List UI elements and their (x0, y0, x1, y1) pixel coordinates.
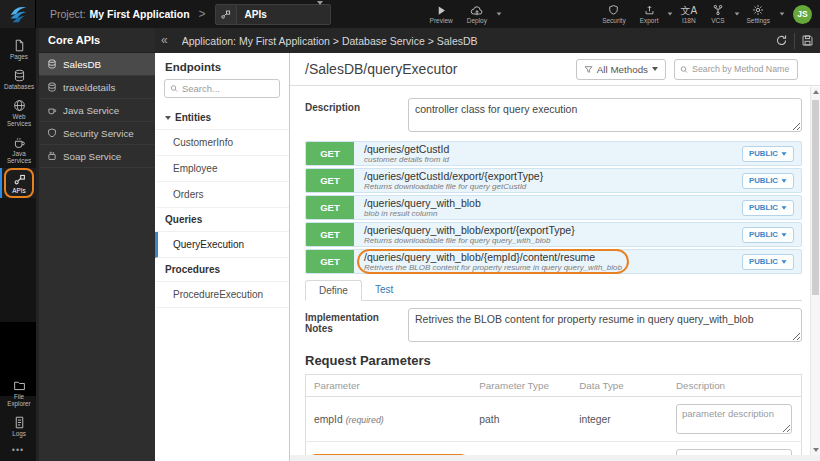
endpoints-search[interactable] (164, 79, 280, 98)
methods-filter-button[interactable]: All Methods (576, 59, 666, 80)
core-apis-title: Core APIs (39, 28, 155, 53)
controller-titlebar: /SalesDB/queryExecutor All Methods (290, 53, 820, 86)
param-data-type: integer (571, 397, 668, 442)
caret-down-icon[interactable] (497, 12, 502, 15)
panel-collapse-button[interactable]: « (155, 33, 174, 49)
caret-down-icon (652, 67, 658, 71)
user-avatar[interactable]: JS (793, 5, 812, 24)
sidebar-item-java-services[interactable]: Java Services (0, 131, 36, 168)
vertical-scrollbar[interactable] (810, 87, 820, 455)
database-icon (47, 82, 57, 92)
settings-button[interactable]: Settings (747, 4, 771, 24)
access-dropdown-button[interactable]: PUBLIC (742, 173, 794, 189)
tab-define[interactable]: Define (305, 280, 362, 301)
service-item-traveldetails[interactable]: traveldetails (39, 76, 155, 99)
col-data-type: Data Type (571, 375, 668, 397)
caret-down-icon[interactable] (734, 12, 739, 15)
application-header-bar: « Application: My First Application > Da… (155, 28, 820, 53)
method-badge: GET (306, 223, 354, 246)
sidebar-item-databases[interactable]: Databases (0, 64, 36, 94)
col-parameter: Parameter (306, 375, 472, 397)
more-button[interactable]: ••• (0, 441, 36, 461)
soap-icon (47, 151, 57, 161)
section-entities-header[interactable]: Entities (155, 106, 289, 130)
implementation-notes-textarea[interactable]: Retrives the BLOB content for property r… (408, 308, 802, 342)
security-button[interactable]: Security (602, 4, 625, 24)
caret-down-icon (781, 179, 786, 182)
caret-down-icon[interactable] (668, 12, 673, 15)
project-breadcrumb: Project:My First Application (50, 8, 190, 20)
chevron-down-icon (317, 5, 323, 23)
endpoint-item-orders[interactable]: Orders (155, 182, 289, 208)
deploy-button[interactable]: Deploy (467, 5, 487, 24)
endpoint-item-procedureexecution[interactable]: ProcedureExecution (155, 282, 289, 308)
service-type-selector[interactable]: APIs (215, 4, 331, 25)
i18n-label: I18N (682, 17, 696, 24)
endpoint-item-customerinfo[interactable]: CustomerInfo (155, 130, 289, 156)
access-dropdown-button[interactable]: PUBLIC (742, 227, 794, 243)
triangle-down-icon (165, 116, 171, 120)
coffee-icon (13, 136, 26, 149)
endpoint-row[interactable]: GET /queries/query_with_blob/export/{exp… (305, 222, 802, 247)
preview-button[interactable]: Preview (430, 5, 453, 24)
vcs-button[interactable]: VCS (711, 4, 724, 24)
endpoint-path: /queries/getCustId/export/{exportType} (364, 170, 543, 182)
endpoint-row-annotated[interactable]: GET /queries/query_with_blob/{empId}/con… (305, 249, 802, 274)
endpoint-row[interactable]: GET /queries/getCustId customer details … (305, 141, 802, 166)
access-dropdown-button[interactable]: PUBLIC (742, 146, 794, 162)
access-dropdown-button[interactable]: PUBLIC (742, 254, 794, 270)
service-item-java-service[interactable]: Java Service (39, 99, 155, 122)
define-test-tabs: Define Test (305, 280, 802, 301)
method-search[interactable] (674, 59, 798, 80)
scrollbar-thumb[interactable] (812, 100, 819, 295)
sidebar-item-pages[interactable]: Pages (0, 34, 36, 64)
access-dropdown-button[interactable]: PUBLIC (742, 200, 794, 216)
endpoint-item-employee[interactable]: Employee (155, 156, 289, 182)
caret-down-icon (781, 152, 786, 155)
params-table: Parameter Parameter Type Data Type Descr… (305, 374, 802, 455)
app-window: Project:My First Application > APIs Prev… (0, 0, 820, 461)
method-search-input[interactable] (692, 64, 792, 74)
scroll-down-arrow[interactable] (811, 445, 820, 455)
refresh-button[interactable] (769, 28, 794, 53)
endpoint-row[interactable]: GET /queries/query_with_blob blob in res… (305, 195, 802, 220)
endpoint-path: /queries/query_with_blob/export/{exportT… (364, 224, 575, 236)
shield-icon (608, 4, 619, 16)
wavemaker-logo-icon (7, 3, 29, 25)
section-procedures-header[interactable]: Procedures (155, 258, 289, 282)
preview-label: Preview (430, 17, 453, 24)
param-type: path (471, 397, 571, 442)
section-queries-header[interactable]: Queries (155, 208, 289, 232)
tab-test[interactable]: Test (362, 280, 406, 300)
funnel-icon (584, 65, 593, 74)
method-badge: GET (306, 250, 354, 273)
topbar-actions-left: Preview Deploy (423, 5, 502, 24)
main-content: /SalesDB/queryExecutor All Methods (290, 53, 820, 461)
wavemaker-logo[interactable] (0, 0, 36, 28)
scroll-area: Description controller class for query e… (290, 87, 810, 455)
export-button[interactable]: Export (640, 4, 659, 24)
service-item-salesdb[interactable]: SalesDB (39, 53, 155, 76)
save-button[interactable] (795, 28, 820, 53)
globe-icon (13, 99, 26, 112)
sidebar-item-web-services[interactable]: Web Services (0, 94, 36, 131)
sidebar-item-file-explorer[interactable]: File Explorer (0, 374, 36, 411)
endpoint-summary: Returns downloadable file for query getC… (364, 182, 543, 191)
endpoint-item-queryexecution[interactable]: QueryExecution (155, 232, 289, 258)
scroll-up-arrow[interactable] (811, 87, 820, 97)
apis-icon (13, 173, 26, 186)
service-item-security-service[interactable]: Security Service (39, 122, 155, 145)
endpoints-search-input[interactable] (182, 83, 274, 94)
sidebar-item-logs[interactable]: Logs (0, 411, 36, 441)
sidebar-item-apis[interactable]: APIs (0, 168, 36, 198)
param-row-annotated: downloadAsAttachment(required) query boo… (306, 442, 802, 456)
method-badge: GET (306, 142, 354, 165)
service-item-soap-service[interactable]: Soap Service (39, 145, 155, 168)
caret-down-icon[interactable] (780, 12, 785, 15)
horizontal-scrollbar[interactable] (290, 455, 810, 461)
i18n-button[interactable]: 文A I18N (680, 5, 697, 24)
description-textarea[interactable]: controller class for query execution (408, 98, 802, 132)
param-description-textarea[interactable] (676, 404, 792, 434)
col-description: Description (668, 375, 801, 397)
endpoint-row[interactable]: GET /queries/getCustId/export/{exportTyp… (305, 168, 802, 193)
